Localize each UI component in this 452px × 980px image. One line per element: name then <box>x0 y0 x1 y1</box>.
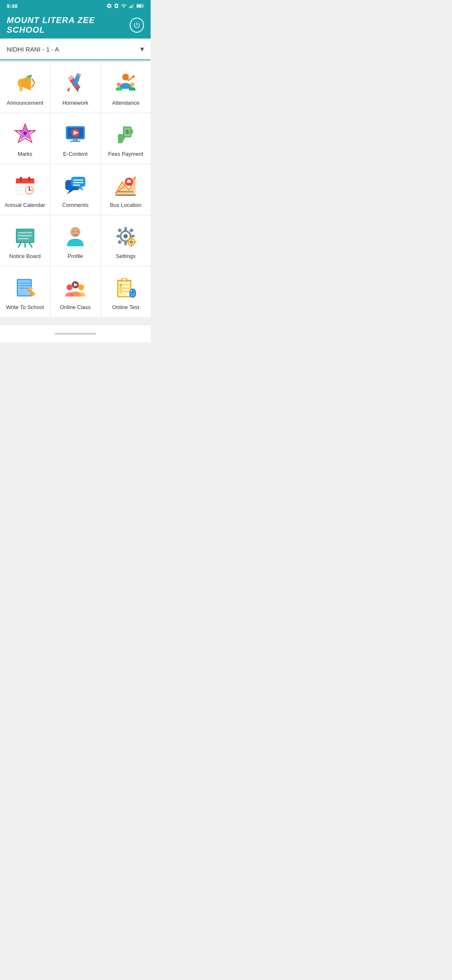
notice-board-item[interactable]: Notice Board <box>0 215 50 266</box>
svg-rect-92 <box>131 237 132 240</box>
online-class-label: Online Class <box>60 304 91 310</box>
svg-point-54 <box>28 190 30 191</box>
econtent-label: E-Content <box>63 151 88 157</box>
homework-item[interactable]: Homework <box>50 62 100 113</box>
svg-rect-2 <box>129 7 130 8</box>
svg-rect-5 <box>133 4 134 8</box>
svg-rect-95 <box>134 241 136 243</box>
svg-point-81 <box>123 234 128 238</box>
svg-rect-8 <box>137 5 141 7</box>
menu-grid: Announcement Homework <box>0 62 151 317</box>
svg-rect-94 <box>126 241 129 243</box>
write-to-school-icon <box>13 275 38 300</box>
sim-icon <box>114 3 119 9</box>
wifi-icon <box>121 3 127 9</box>
attendance-label: Attendance <box>112 100 139 106</box>
fees-payment-label: Fees Payment <box>108 151 143 157</box>
settings-label: Settings <box>116 253 136 259</box>
header: MOUNT LITERA ZEE SCHOOL <box>0 12 151 39</box>
annual-calendar-label: Annual Calendar <box>5 202 45 208</box>
svg-rect-43 <box>16 181 34 183</box>
attendance-icon <box>113 70 138 95</box>
svg-point-22 <box>130 83 134 87</box>
svg-rect-86 <box>118 228 122 232</box>
econtent-icon <box>63 121 88 147</box>
chevron-down-icon: ▾ <box>140 44 144 54</box>
student-selector[interactable]: NIDHI RANI - 1 - A ▾ <box>0 39 151 60</box>
svg-rect-44 <box>20 177 22 181</box>
announcement-item[interactable]: Announcement <box>0 62 50 113</box>
bus-location-item[interactable]: Bus Location <box>101 164 151 215</box>
profile-item[interactable]: Profile <box>50 215 100 266</box>
settings-item[interactable]: Settings <box>101 215 151 266</box>
svg-point-20 <box>122 74 129 80</box>
svg-point-29 <box>23 132 27 135</box>
comments-icon <box>63 173 88 198</box>
svg-rect-82 <box>124 227 127 231</box>
svg-line-71 <box>18 243 21 247</box>
svg-marker-15 <box>67 87 70 92</box>
homework-icon <box>63 70 88 95</box>
announcement-icon <box>13 70 38 95</box>
svg-point-106 <box>78 284 84 290</box>
notice-board-icon <box>13 224 38 249</box>
notice-board-label: Notice Board <box>9 253 41 259</box>
signal-icon <box>129 3 135 9</box>
bottom-bar <box>0 325 151 342</box>
write-to-school-label: Write To School <box>6 304 44 310</box>
write-to-school-item[interactable]: Write To School <box>0 266 50 317</box>
annual-calendar-item[interactable]: Annual Calendar <box>0 164 50 215</box>
svg-rect-45 <box>28 177 30 181</box>
comments-label: Comments <box>62 202 89 208</box>
svg-point-21 <box>117 83 121 87</box>
status-bar: 9:48 <box>0 0 151 12</box>
settings-icon <box>113 224 138 249</box>
svg-point-124 <box>131 290 132 291</box>
status-time: 9:48 <box>7 3 18 9</box>
svg-point-104 <box>67 284 72 290</box>
header-title: MOUNT LITERA ZEE SCHOOL <box>7 15 130 35</box>
settings-icon <box>106 3 112 9</box>
home-indicator <box>54 333 96 335</box>
power-icon <box>133 21 141 29</box>
svg-line-72 <box>29 243 32 247</box>
homework-label: Homework <box>62 100 88 106</box>
marks-icon <box>13 121 38 147</box>
svg-rect-93 <box>131 244 132 247</box>
battery-icon <box>136 3 144 8</box>
bus-location-icon <box>113 173 138 198</box>
online-test-item[interactable]: Online Test <box>101 266 151 317</box>
online-test-icon <box>113 275 138 300</box>
bus-location-label: Bus Location <box>110 202 141 208</box>
marks-item[interactable]: Marks <box>0 113 50 164</box>
svg-rect-1 <box>116 5 117 7</box>
power-button[interactable] <box>130 18 144 33</box>
fees-payment-item[interactable]: $ Fees Payment <box>101 113 151 164</box>
svg-rect-35 <box>70 141 80 142</box>
annual-calendar-icon <box>13 173 38 198</box>
svg-rect-34 <box>73 139 78 141</box>
online-test-label: Online Test <box>112 304 139 310</box>
svg-rect-84 <box>116 235 121 237</box>
announcement-label: Announcement <box>7 100 43 106</box>
online-class-icon <box>63 275 88 300</box>
svg-rect-4 <box>131 5 132 8</box>
attendance-item[interactable]: Attendance <box>101 62 151 113</box>
online-class-item[interactable]: Online Class <box>50 266 100 317</box>
svg-rect-11 <box>19 86 23 91</box>
econtent-item[interactable]: E-Content <box>50 113 100 164</box>
marks-label: Marks <box>18 151 32 157</box>
comments-item[interactable]: Comments <box>50 164 100 215</box>
svg-rect-88 <box>118 240 122 244</box>
svg-point-79 <box>77 231 78 232</box>
svg-rect-3 <box>131 6 131 8</box>
svg-rect-87 <box>129 228 134 232</box>
profile-label: Profile <box>68 253 83 259</box>
student-name: NIDHI RANI - 1 - A <box>7 46 59 53</box>
profile-icon <box>63 224 88 249</box>
status-left: 9:48 <box>7 3 18 9</box>
svg-rect-7 <box>143 5 144 7</box>
svg-point-78 <box>72 231 74 232</box>
fees-payment-icon: $ <box>113 121 138 147</box>
svg-point-91 <box>130 241 133 243</box>
